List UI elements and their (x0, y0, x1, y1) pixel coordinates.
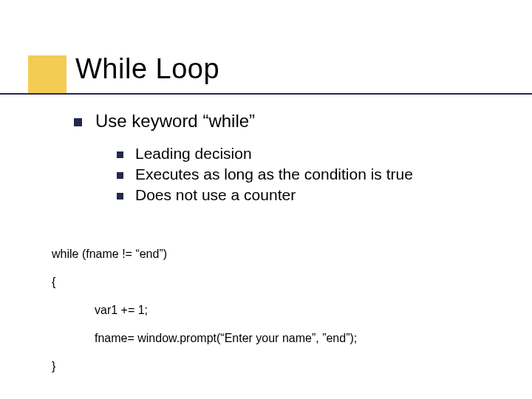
square-bullet-icon (74, 118, 82, 126)
code-line: while (fname != “end”) (52, 248, 510, 261)
title-accent-box (28, 55, 66, 94)
title-rule (0, 93, 532, 95)
slide-title: While Loop (75, 53, 219, 85)
square-bullet-icon (117, 151, 123, 158)
bullet-text-lvl2: Does not use a counter (135, 186, 296, 204)
square-bullet-icon (117, 193, 123, 200)
square-bullet-icon (117, 172, 123, 179)
code-line: var1 += 1; (95, 304, 510, 317)
slide: While Loop Use keyword “while” Leading d… (0, 0, 532, 399)
bullet-text-lvl2: Executes as long as the condition is tru… (135, 166, 413, 183)
code-example: while (fname != “end”) { var1 += 1; fnam… (52, 248, 510, 388)
bullet-lvl1: Use keyword “while” (74, 111, 517, 132)
bullet-lvl2: Leading decision (117, 145, 517, 163)
code-brace-open: { (52, 276, 510, 289)
bullet-text-lvl2: Leading decision (135, 145, 252, 163)
code-line: fname= window.prompt(“Enter your name”, … (95, 332, 510, 345)
bullet-lvl2: Does not use a counter (117, 186, 517, 204)
code-brace-close: } (52, 360, 510, 373)
bullet-lvl2-group: Leading decision Executes as long as the… (117, 145, 517, 204)
body-content: Use keyword “while” Leading decision Exe… (74, 111, 517, 207)
bullet-lvl2: Executes as long as the condition is tru… (117, 166, 517, 183)
bullet-text-lvl1: Use keyword “while” (95, 111, 255, 132)
